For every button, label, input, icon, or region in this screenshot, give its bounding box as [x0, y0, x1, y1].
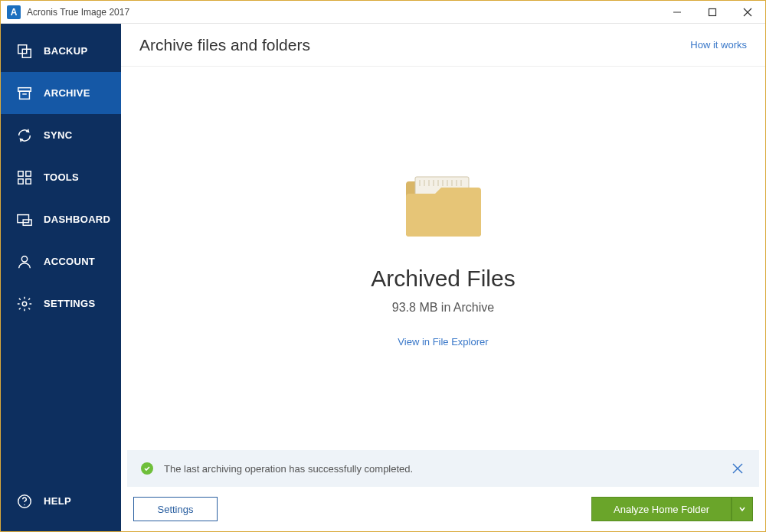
svg-point-18: [24, 504, 25, 504]
success-check-icon: [141, 462, 153, 475]
sidebar-item-settings[interactable]: SETTINGS: [1, 282, 121, 325]
sidebar-item-tools[interactable]: TOOLS: [1, 156, 121, 198]
sidebar-item-account[interactable]: ACCOUNT: [1, 240, 121, 282]
view-in-explorer-link[interactable]: View in File Explorer: [398, 336, 488, 348]
how-it-works-link[interactable]: How it works: [690, 39, 747, 51]
svg-rect-10: [26, 171, 31, 175]
archive-size: 93.8 MB in Archive: [392, 301, 494, 315]
analyze-dropdown-button[interactable]: [732, 497, 753, 521]
gear-icon: [16, 295, 33, 312]
sidebar-item-label: HELP: [44, 495, 71, 507]
sidebar-item-archive[interactable]: ARCHIVE: [1, 72, 121, 114]
svg-rect-12: [26, 178, 31, 183]
sidebar-item-label: ARCHIVE: [44, 87, 90, 99]
minimize-button[interactable]: [660, 1, 695, 24]
analyze-button-group: Analyze Home Folder: [591, 497, 753, 521]
backup-icon: [16, 43, 33, 60]
help-icon: [16, 493, 33, 510]
sidebar-item-backup[interactable]: BACKUP: [1, 30, 121, 72]
title-bar: A Acronis True Image 2017: [1, 1, 765, 24]
window-title: Acronis True Image 2017: [27, 7, 129, 18]
account-icon: [16, 253, 33, 270]
main-panel: Archive files and folders How it works: [121, 24, 765, 531]
sidebar-item-dashboard[interactable]: DASHBOARD: [1, 198, 121, 240]
status-close-button[interactable]: [730, 461, 745, 476]
main-header: Archive files and folders How it works: [121, 24, 765, 67]
archive-icon: [16, 85, 33, 102]
app-icon: A: [7, 5, 21, 19]
svg-point-16: [22, 302, 27, 306]
sidebar: BACKUP ARCHIVE SYNC: [1, 24, 121, 531]
sidebar-item-label: ACCOUNT: [44, 256, 95, 267]
settings-button[interactable]: Settings: [133, 497, 218, 521]
sidebar-item-label: BACKUP: [44, 45, 87, 57]
folder-illustration: [401, 169, 486, 238]
dashboard-icon: [16, 211, 33, 228]
analyze-home-folder-button[interactable]: Analyze Home Folder: [591, 497, 732, 521]
svg-rect-7: [20, 91, 30, 99]
sidebar-item-label: SYNC: [44, 129, 72, 141]
svg-rect-11: [18, 178, 23, 183]
svg-point-15: [21, 256, 27, 261]
chevron-down-icon: [738, 505, 746, 513]
app-window: A Acronis True Image 2017 BACKUP: [0, 0, 766, 532]
archive-content: Archived Files 93.8 MB in Archive View i…: [121, 67, 765, 450]
page-title: Archive files and folders: [139, 36, 690, 54]
svg-rect-9: [18, 171, 23, 175]
sidebar-item-label: DASHBOARD: [44, 214, 110, 225]
svg-rect-1: [709, 8, 716, 15]
sync-icon: [16, 127, 33, 144]
sidebar-item-help[interactable]: HELP: [1, 480, 121, 522]
bottom-bar: Settings Analyze Home Folder: [121, 487, 765, 531]
archive-heading: Archived Files: [371, 266, 515, 292]
close-button[interactable]: [730, 1, 765, 24]
status-text: The last archiving operation has success…: [164, 463, 719, 475]
tools-icon: [16, 169, 33, 186]
maximize-button[interactable]: [695, 1, 730, 24]
status-bar: The last archiving operation has success…: [127, 450, 759, 487]
sidebar-item-label: TOOLS: [44, 171, 79, 183]
sidebar-item-sync[interactable]: SYNC: [1, 114, 121, 156]
sidebar-item-label: SETTINGS: [44, 298, 95, 309]
